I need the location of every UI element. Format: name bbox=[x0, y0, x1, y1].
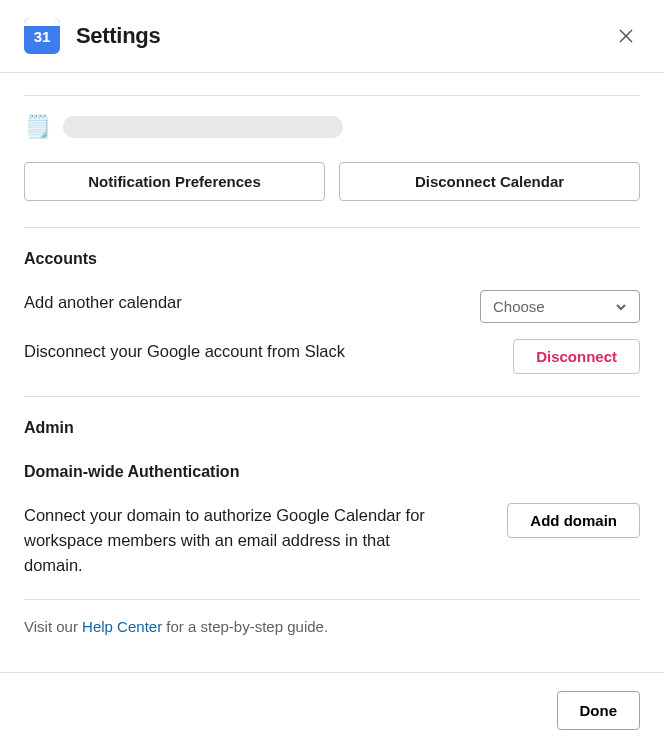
add-calendar-label: Add another calendar bbox=[24, 290, 182, 315]
header-divider bbox=[0, 72, 664, 73]
close-icon bbox=[616, 26, 636, 46]
calendar-icon-label: 31 bbox=[34, 28, 51, 45]
admin-section-title: Admin bbox=[24, 397, 640, 451]
accounts-section-title: Accounts bbox=[24, 228, 640, 282]
add-domain-button[interactable]: Add domain bbox=[507, 503, 640, 538]
chevron-down-icon bbox=[615, 301, 627, 313]
disconnect-google-row: Disconnect your Google account from Slac… bbox=[24, 331, 640, 382]
admin-subtitle: Domain-wide Authentication bbox=[24, 451, 640, 495]
calendar-select[interactable]: Choose bbox=[480, 290, 640, 323]
action-button-row: Notification Preferences Disconnect Cale… bbox=[24, 162, 640, 227]
calendar-select-value: Choose bbox=[493, 298, 545, 315]
modal-footer: Done bbox=[0, 672, 664, 748]
help-text: Visit our Help Center for a step-by-step… bbox=[24, 600, 640, 647]
status-row: 🗒️ bbox=[24, 96, 640, 162]
help-suffix: for a step-by-step guide. bbox=[162, 618, 328, 635]
help-center-link[interactable]: Help Center bbox=[82, 618, 162, 635]
close-button[interactable] bbox=[612, 22, 640, 50]
disconnect-button[interactable]: Disconnect bbox=[513, 339, 640, 374]
calendar-icon: 31 bbox=[24, 18, 60, 54]
disconnect-calendar-button[interactable]: Disconnect Calendar bbox=[339, 162, 640, 201]
disconnect-google-label: Disconnect your Google account from Slac… bbox=[24, 339, 345, 364]
notification-preferences-button[interactable]: Notification Preferences bbox=[24, 162, 325, 201]
admin-description: Connect your domain to authorize Google … bbox=[24, 503, 444, 577]
notepad-icon: 🗒️ bbox=[24, 114, 51, 140]
modal-header: 31 Settings bbox=[0, 0, 664, 72]
add-calendar-row: Add another calendar Choose bbox=[24, 282, 640, 331]
help-prefix: Visit our bbox=[24, 618, 82, 635]
done-button[interactable]: Done bbox=[557, 691, 641, 730]
page-title: Settings bbox=[76, 23, 160, 49]
status-placeholder bbox=[63, 116, 343, 138]
add-domain-row: Connect your domain to authorize Google … bbox=[24, 495, 640, 585]
